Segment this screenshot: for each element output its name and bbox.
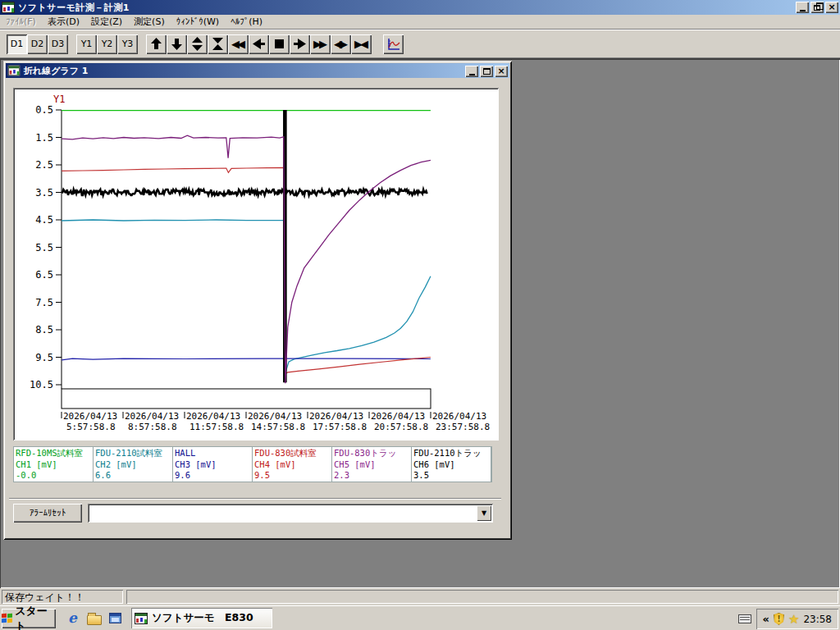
x-date-label: 2026/04/13 bbox=[63, 411, 117, 422]
x-time-label: 23:57:58.8 bbox=[436, 422, 490, 432]
taskbar: スタート e ソフトサーモ E830 « ! ★ 23:58 bbox=[0, 605, 840, 630]
outlook-express-icon[interactable] bbox=[109, 613, 121, 623]
menu-item-3[interactable]: 測定(S) bbox=[128, 14, 171, 30]
toolbar-step-back-icon[interactable] bbox=[249, 34, 269, 54]
main-window-title: ソフトサーモ計測－計測1 bbox=[18, 2, 130, 14]
alarm-reset-button[interactable]: ｱﾗｰﾑﾘｾｯﾄ bbox=[13, 504, 82, 523]
toolbar-fast-forward-icon[interactable]: ▶▶ bbox=[310, 34, 331, 54]
toolbar-button-y2[interactable]: Y2 bbox=[97, 34, 117, 54]
x-time-label: 11:57:58.8 bbox=[189, 422, 244, 432]
compress-vertical-icon bbox=[211, 37, 225, 51]
toolbar-stop-icon[interactable] bbox=[269, 34, 290, 54]
close-icon: × bbox=[497, 67, 504, 75]
minimize-button[interactable] bbox=[796, 2, 809, 13]
toolbar-arrow-down-icon[interactable] bbox=[167, 34, 187, 54]
y-tick-label: 5.5 bbox=[35, 242, 53, 253]
minimize-icon bbox=[469, 74, 475, 75]
security-shield-icon[interactable]: ! bbox=[774, 613, 784, 625]
keyboard-icon[interactable] bbox=[738, 614, 751, 623]
system-tray: « ! ★ 23:58 bbox=[738, 609, 838, 629]
y-tick-label: 2.5 bbox=[35, 159, 53, 171]
toolbar-button-d1[interactable]: D1 bbox=[7, 34, 27, 54]
x-date-label: 2026/04/13 bbox=[309, 411, 363, 422]
x-date-label: 2026/04/13 bbox=[186, 411, 240, 422]
toolbar-compress-horizontal-icon[interactable]: ▶◀ bbox=[351, 34, 372, 54]
close-button[interactable]: × bbox=[825, 2, 838, 13]
graph-minimize-button[interactable] bbox=[465, 66, 478, 77]
expand-vertical-icon bbox=[190, 37, 204, 51]
x-time-label: 20:57:58.8 bbox=[374, 422, 428, 432]
chevron-left-icon[interactable]: « bbox=[763, 613, 769, 625]
y-tick-label: 1.5 bbox=[35, 132, 53, 144]
x-range-box bbox=[62, 389, 431, 409]
combo-dropdown-button[interactable]: ▼ bbox=[477, 505, 491, 521]
compress-horizontal-icon: ▶◀ bbox=[354, 39, 368, 49]
x-date-label: 2026/04/13 bbox=[248, 411, 302, 422]
y-tick-label: 10.5 bbox=[30, 379, 53, 390]
task-button-label: ソフトサーモ E830 bbox=[152, 611, 253, 625]
toolbar-compress-vertical-icon[interactable] bbox=[208, 34, 228, 54]
legend-channel-ch2: CH2 [mV] bbox=[95, 459, 171, 471]
fast-rewind-icon: ◀◀ bbox=[231, 39, 245, 49]
toolbar-arrow-up-icon[interactable] bbox=[146, 34, 167, 54]
toolbar-button-d3[interactable]: D3 bbox=[48, 34, 68, 54]
tray-panel: « ! ★ 23:58 bbox=[756, 609, 838, 629]
legend-channel-ch1: CH1 [mV] bbox=[16, 459, 91, 471]
stop-icon bbox=[274, 39, 285, 49]
internet-explorer-icon[interactable]: e bbox=[66, 611, 80, 625]
toolbar-button-y3[interactable]: Y3 bbox=[117, 34, 138, 54]
minimize-icon bbox=[800, 10, 806, 11]
menu-item-1[interactable]: 表示(D) bbox=[42, 14, 85, 30]
menu-item-2[interactable]: 設定(Z) bbox=[85, 14, 128, 30]
graph-maximize-button[interactable] bbox=[480, 66, 493, 77]
star-icon[interactable]: ★ bbox=[788, 612, 799, 627]
step-back-icon bbox=[252, 38, 266, 50]
series-CH6-line bbox=[62, 189, 427, 195]
x-date-label: 2026/04/13 bbox=[432, 411, 486, 422]
alarm-combobox[interactable]: ▼ bbox=[88, 504, 493, 523]
legend-name-ch6: FDU-2110トラッ bbox=[413, 448, 489, 459]
toolbar-button-d2[interactable]: D2 bbox=[27, 34, 48, 54]
legend-name-ch4: FDU-830試料室 bbox=[254, 448, 330, 459]
y-tick-label: 3.5 bbox=[35, 187, 53, 199]
legend-cell-ch3: HALLCH3 [mV]9.6 bbox=[173, 447, 253, 482]
legend-cell-ch2: FDU-2110試料室CH2 [mV]6.6 bbox=[94, 447, 173, 482]
toolbar-graph-settings-icon[interactable] bbox=[383, 34, 404, 54]
toolbar-fast-rewind-icon[interactable]: ◀◀ bbox=[228, 34, 249, 54]
show-desktop-icon[interactable] bbox=[87, 615, 102, 625]
fast-forward-icon: ▶▶ bbox=[313, 39, 327, 49]
graph-close-button[interactable]: × bbox=[495, 66, 508, 77]
toolbar-expand-vertical-icon[interactable] bbox=[187, 34, 208, 54]
toolbar-step-forward-icon[interactable] bbox=[290, 34, 310, 54]
desktop: { "window": { "title": "ソフトサーモ計測－計測1" },… bbox=[0, 0, 840, 630]
menu-item-4[interactable]: ｳｨﾝﾄﾞｳ(W) bbox=[171, 15, 225, 29]
status-panel-2 bbox=[126, 590, 838, 604]
arrow-down-icon bbox=[170, 37, 184, 51]
start-button[interactable]: スタート bbox=[2, 609, 56, 628]
menu-item-5[interactable]: ﾍﾙﾌﾟ(H) bbox=[225, 15, 268, 29]
quick-launch-bar: e bbox=[66, 611, 121, 625]
app-icon bbox=[2, 2, 15, 13]
toolbar-expand-horizontal-icon[interactable]: ◀▶ bbox=[331, 34, 351, 54]
channel-legend-table: RFD-10MS試料室CH1 [mV]-0.0FDU-2110試料室CH2 [m… bbox=[13, 446, 492, 482]
statusbar: 保存ウェイト！！ bbox=[0, 588, 840, 605]
series-CH5-line bbox=[62, 135, 431, 383]
taskbar-clock: 23:58 bbox=[803, 614, 832, 625]
graph-window-titlebar[interactable]: 折れ線グラフ 1 × bbox=[6, 63, 509, 78]
alarm-combo-input[interactable] bbox=[90, 506, 472, 520]
restore-icon bbox=[814, 5, 820, 11]
step-forward-icon bbox=[293, 38, 307, 50]
line-chart-panel: Y10.51.52.53.54.55.56.57.58.59.510.52026… bbox=[13, 88, 499, 441]
y-tick-label: 9.5 bbox=[35, 352, 53, 363]
windows-logo-icon bbox=[2, 613, 12, 623]
legend-channel-ch3: CH3 [mV] bbox=[175, 459, 250, 471]
x-time-label: 8:57:58.8 bbox=[128, 422, 177, 432]
task-app-icon bbox=[135, 613, 148, 624]
close-icon: × bbox=[828, 3, 835, 11]
legend-value-ch4: 9.5 bbox=[254, 470, 330, 482]
x-time-label: 17:57:58.8 bbox=[313, 422, 367, 432]
taskbar-task-button[interactable]: ソフトサーモ E830 bbox=[131, 608, 272, 628]
toolbar-button-y1[interactable]: Y1 bbox=[76, 34, 97, 54]
restore-button[interactable] bbox=[810, 2, 824, 13]
y-axis-title: Y1 bbox=[53, 94, 65, 105]
